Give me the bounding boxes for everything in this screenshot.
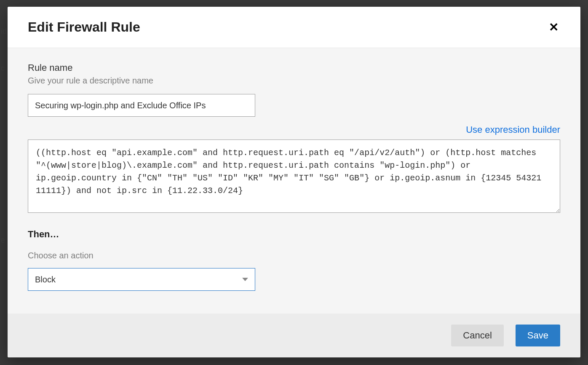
action-label: Choose an action [28,251,560,260]
chevron-down-icon [242,278,248,281]
modal-header: Edit Firewall Rule ✕ [8,7,580,48]
cancel-button[interactable]: Cancel [451,325,503,346]
expression-textarea[interactable] [28,140,560,213]
modal-title: Edit Firewall Rule [28,19,140,35]
bg-fragment: id [1,27,7,36]
builder-link-row: Use expression builder [28,124,560,135]
edit-firewall-rule-modal: Edit Firewall Rule ✕ Rule name Give your… [8,7,580,357]
bg-fragment: c [1,64,5,73]
action-select-value: Block [35,275,56,284]
close-icon[interactable]: ✕ [547,20,560,35]
action-select[interactable]: Block [28,268,255,291]
rule-name-label: Rule name [28,62,560,73]
rule-name-input[interactable] [28,94,255,117]
use-expression-builder-link[interactable]: Use expression builder [466,124,560,135]
rule-name-hint: Give your rule a descriptive name [28,76,560,86]
save-button[interactable]: Save [516,325,560,346]
modal-footer: Cancel Save [8,314,580,357]
modal-body: Rule name Give your rule a descriptive n… [8,48,580,314]
then-heading: Then… [28,229,560,240]
bg-fragment: e [1,236,5,245]
